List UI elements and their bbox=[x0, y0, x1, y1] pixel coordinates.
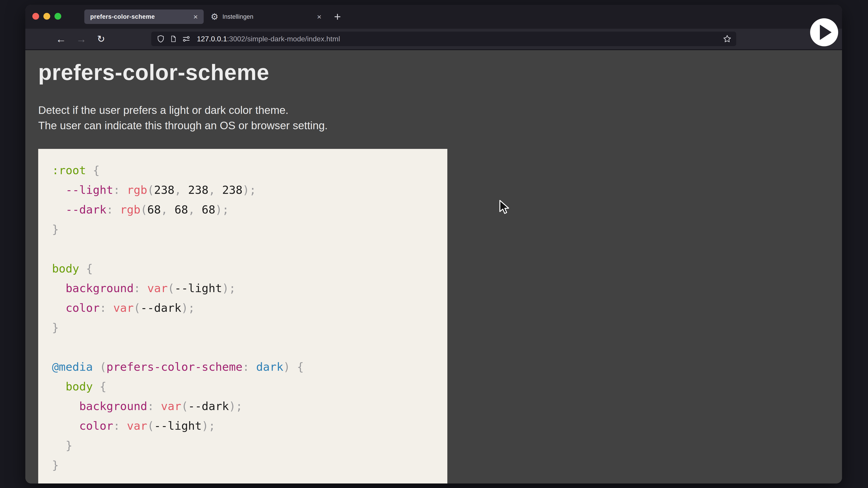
mouse-cursor bbox=[498, 200, 512, 215]
code-line: @media (prefers-color-scheme: dark) { bbox=[52, 357, 447, 377]
gear-icon: ⚙ bbox=[211, 12, 218, 21]
minimize-window-button[interactable] bbox=[43, 13, 50, 20]
code-line: --dark: rgb(68, 68, 68); bbox=[52, 200, 447, 220]
close-tab-icon[interactable]: × bbox=[193, 13, 198, 21]
zoom-window-button[interactable] bbox=[55, 13, 61, 20]
code-line: :root { bbox=[52, 161, 447, 180]
url-bar[interactable]: 127.0.0.1:3002/simple-dark-mode/index.ht… bbox=[151, 32, 736, 46]
code-line: } bbox=[52, 318, 447, 337]
code-line: color: var(--dark); bbox=[52, 298, 447, 318]
tab-label: prefers-color-scheme bbox=[90, 13, 155, 20]
description-line-2: The user can indicate this through an OS… bbox=[38, 120, 328, 131]
close-tab-icon[interactable]: × bbox=[317, 13, 321, 21]
css-code: :root { --light: rgb(238, 238, 238); --d… bbox=[52, 161, 447, 475]
code-line: } bbox=[52, 220, 447, 239]
close-window-button[interactable] bbox=[32, 13, 39, 20]
back-button[interactable]: ← bbox=[54, 29, 68, 49]
code-block: :root { --light: rgb(238, 238, 238); --d… bbox=[38, 149, 447, 484]
tab-prefers-color-scheme[interactable]: prefers-color-scheme × bbox=[84, 9, 204, 24]
forward-button[interactable]: → bbox=[74, 29, 88, 49]
tab-label: Instellingen bbox=[222, 13, 253, 20]
browser-window: prefers-color-scheme × ⚙ Instellingen × … bbox=[25, 5, 842, 484]
code-line: background: var(--dark); bbox=[52, 396, 447, 416]
screenshot-root: { "browser": { "traffic_lights": ["close… bbox=[0, 0, 868, 488]
code-line: color: var(--light); bbox=[52, 416, 447, 436]
page-viewport: prefers-color-scheme Detect if the user … bbox=[25, 50, 842, 484]
code-line bbox=[52, 337, 447, 357]
bookmark-star-icon[interactable] bbox=[723, 34, 732, 43]
code-line: body { bbox=[52, 259, 447, 279]
code-line bbox=[52, 239, 447, 259]
url-text[interactable]: 127.0.0.1:3002/simple-dark-mode/index.ht… bbox=[197, 35, 340, 43]
play-icon bbox=[820, 25, 832, 40]
new-tab-button[interactable]: + bbox=[331, 10, 344, 23]
page-icon[interactable] bbox=[170, 35, 177, 42]
tab-instellingen[interactable]: ⚙ Instellingen × bbox=[206, 9, 326, 24]
tab-bar: prefers-color-scheme × ⚙ Instellingen × … bbox=[25, 5, 842, 29]
shield-icon[interactable] bbox=[157, 35, 165, 43]
code-line: background: var(--light); bbox=[52, 279, 447, 298]
url-path: :3002/simple-dark-mode/index.html bbox=[227, 35, 340, 43]
play-badge[interactable] bbox=[810, 18, 838, 46]
code-line: } bbox=[52, 436, 447, 455]
description-line-1: Detect if the user prefers a light or da… bbox=[38, 104, 288, 116]
code-line: body { bbox=[52, 377, 447, 396]
page-title: prefers-color-scheme bbox=[38, 60, 269, 85]
window-controls bbox=[32, 13, 61, 20]
navigation-toolbar: ← → ↻ 127.0.0.1:3002/simple-dark-mode/in… bbox=[25, 29, 842, 50]
code-line: } bbox=[52, 455, 447, 475]
sliders-icon[interactable] bbox=[182, 35, 191, 43]
reload-button[interactable]: ↻ bbox=[94, 29, 108, 49]
page-description: Detect if the user prefers a light or da… bbox=[38, 103, 328, 133]
code-line: --light: rgb(238, 238, 238); bbox=[52, 180, 447, 200]
url-host: 127.0.0.1 bbox=[197, 35, 227, 43]
